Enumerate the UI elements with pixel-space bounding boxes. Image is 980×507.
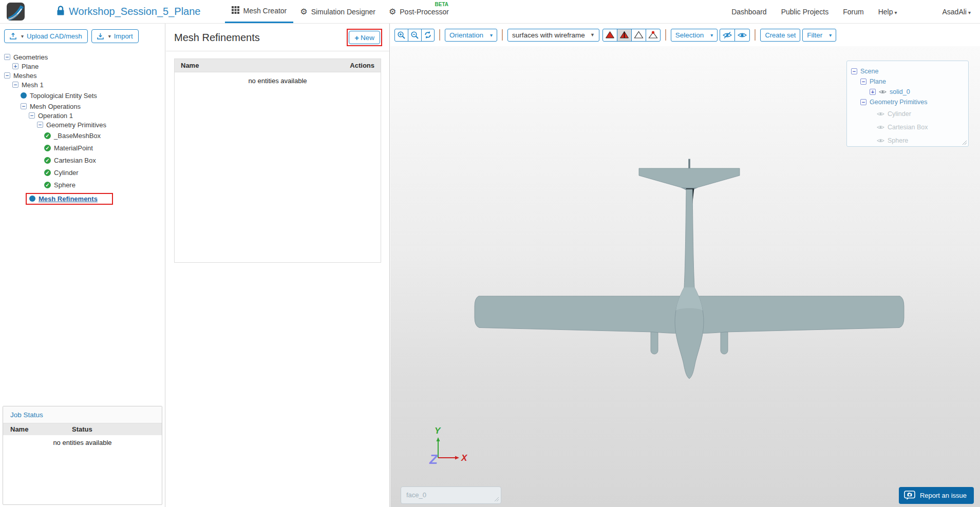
collapse-icon[interactable]: − (29, 112, 35, 119)
eye-icon[interactable] (879, 89, 887, 94)
nav-help-menu[interactable]: Help▾ (878, 8, 897, 16)
render-points-button[interactable] (646, 29, 661, 42)
upload-cad-mesh-button[interactable]: ▾ Upload CAD/mesh (4, 29, 88, 43)
selection-dropdown[interactable]: Selection ▾ (671, 29, 718, 42)
simscale-logo[interactable] (7, 3, 25, 21)
tree-item-operation-1[interactable]: − Operation 1 (0, 111, 165, 120)
show-selected-button[interactable] (734, 29, 750, 42)
selection-name-box[interactable]: face_0 (401, 486, 501, 504)
grid-icon (232, 6, 239, 15)
tree-item-materialpoint[interactable]: ✓ MaterialPoint (0, 142, 165, 154)
collapse-icon[interactable]: − (4, 54, 10, 60)
scene-node-scene[interactable]: − Scene (847, 66, 968, 76)
tree-item-meshes[interactable]: − Meshes (0, 71, 165, 80)
tree-item-basemeshbox[interactable]: ✓ _BaseMeshBox (0, 129, 165, 142)
eye-icon[interactable] (877, 125, 884, 130)
nav-forum[interactable]: Forum (843, 8, 863, 16)
import-button[interactable]: ▾ Import (91, 29, 139, 43)
page-title: Mesh Refinements (174, 32, 260, 44)
collapse-icon[interactable]: − (860, 99, 866, 105)
download-icon (97, 33, 104, 40)
tree-item-topological-entity-sets[interactable]: Topological Entity Sets (0, 89, 165, 102)
axis-y-label: Y (435, 426, 441, 436)
refinements-table: Name Actions no entities available (174, 59, 381, 263)
select-arrow-icon: ▼ (590, 32, 595, 37)
expand-icon[interactable]: + (12, 63, 18, 69)
collapse-icon[interactable]: − (851, 68, 857, 74)
collapse-icon[interactable]: − (37, 122, 43, 128)
chevron-down-icon: ▾ (710, 32, 713, 38)
toolbar-separator (439, 29, 440, 41)
mesh-refinements-panel: Mesh Refinements + New Name Actions no e… (166, 24, 390, 507)
topbar: Workshop_Session_5_Plane Mesh Creator ⚙ … (0, 0, 980, 24)
nav-public-projects[interactable]: Public Projects (781, 8, 829, 16)
viewport-toolbar: Orientation ▾ surfaces with wireframe ▼ (390, 24, 980, 46)
empty-table-message: no entities available (175, 72, 381, 85)
display-mode-select[interactable]: surfaces with wireframe ▼ (507, 29, 599, 42)
zoom-out-button[interactable] (408, 29, 422, 42)
create-set-button[interactable]: Create set (760, 29, 800, 42)
job-status-col-status: Status (72, 425, 92, 433)
zoom-in-button[interactable] (394, 29, 408, 42)
camera-bubble-icon (904, 491, 915, 500)
collapse-icon[interactable]: − (4, 72, 10, 79)
new-refinement-button[interactable]: + New (349, 31, 380, 44)
scene-node-solid-0[interactable]: + solid_0 (847, 87, 968, 97)
render-solid-button[interactable] (602, 29, 617, 42)
scene-node-cartesian-box[interactable]: Cartesian Box (847, 121, 968, 134)
nav-dashboard[interactable]: Dashboard (731, 8, 767, 16)
hide-selected-button[interactable] (720, 29, 735, 42)
tree-item-mesh-1[interactable]: − Mesh 1 (0, 80, 165, 89)
axis-x-label: X (461, 453, 468, 463)
tree-item-geometries[interactable]: − Geometries (0, 52, 165, 62)
scene-node-sphere[interactable]: Sphere (847, 134, 968, 147)
render-wireframe-button[interactable] (631, 29, 646, 42)
col-actions: Actions (350, 62, 374, 69)
eye-icon[interactable] (877, 138, 884, 143)
tree-item-cylinder[interactable]: ✓ Cylinder (0, 166, 165, 179)
check-circle-icon: ✓ (44, 145, 51, 151)
chevron-down-icon: ▾ (894, 10, 897, 15)
job-status-col-name: Name (10, 425, 72, 433)
render-surface-wireframe-button[interactable] (617, 29, 632, 42)
plus-icon: + (354, 33, 359, 42)
refresh-view-button[interactable] (421, 29, 435, 42)
tab-simulation-designer[interactable]: ⚙ Simulation Designer (293, 0, 382, 23)
model-tree: − Geometries + Plane − Meshes − Mesh 1 T… (0, 48, 165, 206)
tree-item-plane[interactable]: + Plane (0, 62, 165, 71)
3d-canvas[interactable]: − Scene − Plane + solid_0 − Geometry Pri… (390, 46, 980, 507)
tree-item-sphere[interactable]: ✓ Sphere (0, 179, 165, 191)
check-circle-icon: ✓ (44, 182, 51, 188)
expand-icon[interactable]: + (870, 89, 876, 95)
tab-post-processor[interactable]: ⚙ Post-Processor BETA (382, 0, 456, 23)
user-menu[interactable]: AsadAli▾ (943, 8, 971, 16)
resize-handle[interactable] (962, 140, 967, 145)
collapse-icon[interactable]: − (860, 79, 866, 85)
eye-icon[interactable] (877, 111, 884, 116)
scene-node-cylinder[interactable]: Cylinder (847, 107, 968, 121)
filter-dropdown[interactable]: Filter ▾ (802, 29, 836, 42)
scene-node-geometry-primitives[interactable]: − Geometry Primitives (847, 97, 968, 107)
sidebar: ▾ Upload CAD/mesh ▾ Import − Geometries … (0, 24, 165, 507)
collapse-icon[interactable]: − (21, 103, 27, 109)
tree-item-mesh-refinements[interactable]: Mesh Refinements (0, 191, 165, 206)
collapse-icon[interactable]: − (12, 82, 18, 88)
job-status-title: Job Status (3, 406, 162, 423)
resize-handle[interactable] (494, 497, 499, 502)
tab-mesh-creator[interactable]: Mesh Creator (225, 0, 293, 23)
toolbar-separator (665, 29, 666, 41)
report-issue-button[interactable]: Report an issue (899, 487, 974, 504)
chevron-down-icon: ▾ (21, 33, 24, 39)
tree-item-cartesian-box[interactable]: ✓ Cartesian Box (0, 154, 165, 166)
scene-node-plane[interactable]: − Plane (847, 76, 968, 87)
axis-z-label: Z (429, 452, 438, 467)
chevron-down-icon: ▾ (490, 32, 493, 38)
scene-tree-overlay: − Scene − Plane + solid_0 − Geometry Pri… (846, 61, 969, 147)
axis-triad: Y X Z (427, 425, 472, 471)
tree-item-mesh-operations[interactable]: − Mesh Operations (0, 102, 165, 111)
orientation-dropdown[interactable]: Orientation ▾ (445, 29, 497, 42)
annotation-red-box: + New (347, 29, 382, 46)
tree-item-geometry-primitives[interactable]: − Geometry Primitives (0, 120, 165, 129)
airplane-model[interactable] (474, 157, 905, 382)
chevron-down-icon: ▾ (829, 32, 832, 38)
